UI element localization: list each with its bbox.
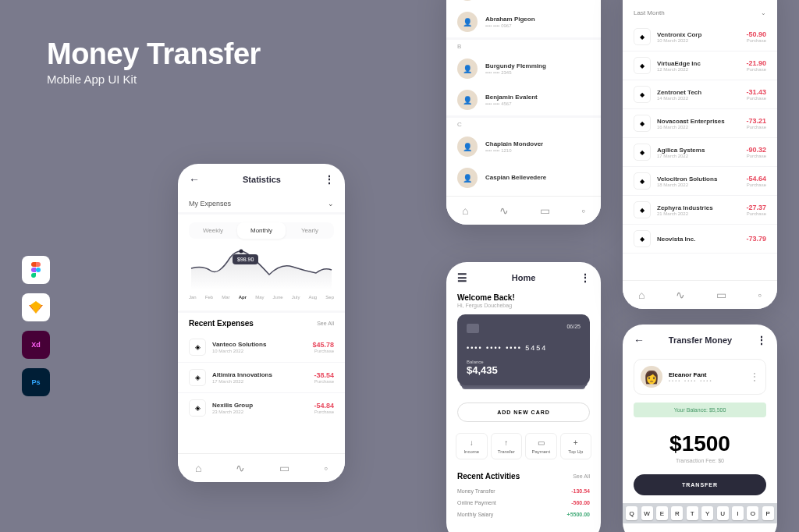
back-icon[interactable]: ←	[634, 334, 645, 346]
home-title: Home	[512, 273, 536, 282]
key-Q[interactable]: Q	[626, 506, 637, 520]
profile-icon[interactable]: ◦	[581, 204, 585, 217]
figma-icon	[22, 256, 50, 284]
more-icon[interactable]: ⋮	[324, 173, 334, 186]
company-icon: ◆	[634, 28, 651, 45]
key-U[interactable]: U	[717, 506, 729, 520]
bottom-nav: ⌂ ∿ ▭ ◦	[446, 196, 601, 225]
transaction-item[interactable]: ◆Ventronix Corp10 March 2022-50.90Purcha…	[623, 23, 777, 51]
expense-item[interactable]: ◈Altimira Innovations17 March 2022-38.54…	[178, 363, 345, 393]
activity-item[interactable]: Money Transfer-130.54	[446, 485, 601, 497]
more-icon[interactable]: ⋮	[750, 371, 759, 382]
add-card-button[interactable]: ADD NEW CARD	[457, 403, 590, 422]
recipient-name: Eleanor Fant	[669, 371, 713, 378]
transaction-item[interactable]: ◆Zentronet Tech14 March 2022-31.43Purcha…	[623, 80, 777, 109]
transaction-item[interactable]: ◆Neovista Inc.-73.79	[623, 225, 777, 254]
welcome-text: Welcome Back!	[457, 293, 590, 302]
transfer-button[interactable]: TRANSFER	[634, 474, 766, 495]
contact-item[interactable]: 👤Abraham Pigeon•••• •••• 0967	[446, 6, 601, 37]
expense-filter[interactable]: My Expenses⌄	[189, 195, 334, 212]
avatar: 👤	[457, 0, 478, 1]
sketch-icon	[22, 293, 50, 321]
profile-icon[interactable]: ◦	[758, 289, 762, 301]
activity-icon[interactable]: ∿	[676, 289, 685, 301]
activity-item[interactable]: Online Payment-560.00	[446, 497, 601, 509]
company-icon: ◆	[634, 86, 651, 103]
home-screen: ☰ Home ⋮ Welcome Back! Hi, Fergus Douche…	[446, 262, 601, 532]
home-icon[interactable]: ⌂	[195, 462, 201, 474]
key-R[interactable]: R	[671, 506, 683, 520]
credit-card[interactable]: 06/25 •••• •••• •••• 5454 Balance $4,435	[457, 314, 590, 385]
balance-strip: Your Balance: $5,500	[634, 403, 766, 417]
transaction-item[interactable]: ◆Novacoast Enterprises16 March 2022-73.2…	[623, 109, 777, 138]
card-expiry: 06/25	[566, 324, 581, 329]
key-Y[interactable]: Y	[701, 506, 713, 520]
card-icon[interactable]: ▭	[279, 462, 289, 474]
contact-item[interactable]: 👤Benjamin Evalent•••• •••• 4567	[446, 84, 601, 115]
transaction-item[interactable]: ◆Velocitron Solutions18 March 2022-54.64…	[623, 167, 777, 196]
avatar: 👤	[457, 59, 478, 79]
company-icon: ◈	[189, 399, 206, 417]
history-filter[interactable]: Last Month⌄	[623, 6, 777, 23]
key-T[interactable]: T	[687, 506, 698, 520]
company-icon: ◆	[634, 115, 651, 132]
key-I[interactable]: I	[732, 506, 744, 520]
transfer-amount[interactable]: $1500	[623, 425, 777, 458]
tab-weekly[interactable]: Weekly	[189, 222, 237, 239]
card-icon[interactable]: ▭	[540, 204, 550, 217]
action-payment[interactable]: ▭Payment	[525, 433, 557, 459]
avatar: 👤	[457, 137, 478, 157]
tab-monthly[interactable]: Monthly	[237, 222, 286, 239]
see-all-link[interactable]: See All	[317, 321, 334, 326]
activity-icon[interactable]: ∿	[499, 204, 509, 217]
tab-yearly[interactable]: Yearly	[286, 222, 334, 239]
key-E[interactable]: E	[656, 506, 668, 520]
card-icon[interactable]: ▭	[716, 289, 726, 301]
home-icon[interactable]: ⌂	[462, 204, 468, 217]
svg-point-0	[36, 268, 41, 272]
profile-icon[interactable]: ◦	[324, 462, 328, 474]
action-top up[interactable]: +Top Up	[560, 433, 592, 459]
see-all-link[interactable]: See All	[573, 473, 590, 479]
contact-item[interactable]: 👤Chaplain Mondover•••• •••• 1210	[446, 131, 601, 162]
action-transfer[interactable]: ↑Transfer	[491, 433, 523, 459]
bottom-nav: ⌂ ∿ ▭ ◦	[623, 280, 777, 309]
chevron-down-icon: ⌄	[328, 200, 334, 207]
xd-icon: Xd	[22, 331, 50, 359]
recent-activities-title: Recent Activities	[457, 472, 520, 481]
expense-item[interactable]: ◈Nexilis Group23 March 2022-54.84Purchas…	[178, 393, 345, 423]
balance-amount: $4,435	[467, 364, 581, 376]
history-screen: ← Transaction History ⋮ Last Month⌄ ◆Ven…	[623, 0, 777, 309]
transfer-title: Transfer Money	[669, 335, 732, 345]
more-icon[interactable]: ⋮	[580, 271, 590, 284]
home-icon[interactable]: ⌂	[638, 289, 645, 301]
key-W[interactable]: W	[641, 506, 653, 520]
expense-item[interactable]: ◈Vanteco Solutions10 March 2022$45.78Pur…	[178, 332, 345, 363]
menu-icon[interactable]: ☰	[457, 271, 467, 284]
transfer-fee: Transaction Fee: $0	[623, 458, 777, 474]
activity-item[interactable]: Monthly Salary+5500.00	[446, 509, 601, 520]
statistics-screen: ← Statistics ⋮ My Expenses⌄ Weekly Month…	[178, 164, 345, 482]
chart-tooltip: $98.90	[233, 254, 258, 264]
expense-chart: $98.90 JanFebMarAprMayJuneJulyAugSep	[189, 243, 334, 310]
transaction-item[interactable]: ◆VirtuaEdge Inc12 March 2022-21.90Purcha…	[623, 51, 777, 80]
company-icon: ◆	[634, 144, 651, 161]
key-O[interactable]: O	[747, 506, 758, 520]
keyboard: QWERTYUIOP	[623, 503, 777, 523]
activity-icon[interactable]: ∿	[236, 462, 245, 474]
action-income[interactable]: ↓Income	[456, 433, 488, 459]
avatar: 👤	[457, 168, 478, 188]
more-icon[interactable]: ⋮	[756, 334, 766, 346]
section-b: B	[446, 43, 601, 50]
back-icon[interactable]: ←	[189, 173, 200, 186]
transaction-item[interactable]: ◆Agilica Systems17 March 2022-90.32Purch…	[623, 138, 777, 167]
transaction-item[interactable]: ◆Zephyra Industries21 March 2022-27.37Pu…	[623, 196, 777, 225]
contact-item[interactable]: 👤Burgundy Flemming•••• •••• 2345	[446, 53, 601, 84]
contact-item[interactable]: 👤•••• •••• 4419	[446, 0, 601, 6]
stats-header: ← Statistics ⋮	[178, 164, 345, 195]
ps-icon: Ps	[22, 368, 50, 396]
company-icon: ◆	[634, 230, 651, 247]
key-P[interactable]: P	[762, 506, 774, 520]
recipient-card[interactable]: 👩 Eleanor Fant •••• •••• •••• ⋮	[634, 359, 766, 395]
contact-item[interactable]: 👤Caspian Bellevedere	[446, 162, 601, 193]
